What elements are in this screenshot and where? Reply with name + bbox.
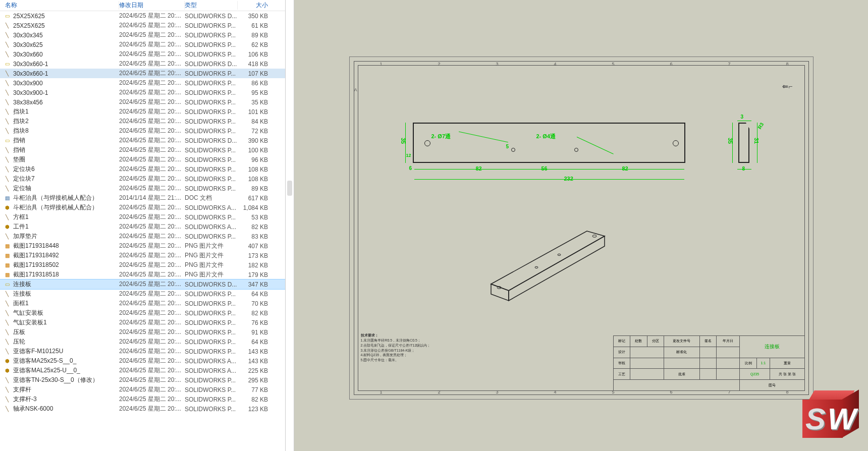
file-type: SOLIDWORKS D... — [185, 61, 238, 68]
file-name: 亚德客MA25x25-S__0_ — [13, 357, 119, 365]
file-type-icon: ▭ — [3, 137, 11, 145]
file-row[interactable]: ╲亚德客F-M10125U2024/6/25 星期二 20:...SOLIDWO… — [0, 347, 285, 356]
file-row[interactable]: ╲30x30x3452024/6/25 星期二 20:...SOLIDWORKS… — [0, 30, 285, 40]
tb-cell: 批准 — [664, 369, 700, 380]
file-name: 支撑杆 — [13, 385, 119, 394]
file-row[interactable]: ╲定位块72024/6/25 星期二 20:...SOLIDWORKS P...… — [0, 174, 285, 184]
file-list-header: 名称 修改日期 类型 大小 — [0, 0, 285, 11]
file-row[interactable]: ╲加厚垫片2024/6/25 星期二 20:...SOLIDWORKS P...… — [0, 232, 285, 241]
svg-marker-2 — [509, 236, 605, 301]
file-row[interactable]: ╲轴承NSK-60002024/6/25 星期二 20:...SOLIDWORK… — [0, 404, 285, 414]
file-row[interactable]: ╲垫圈2024/6/25 星期二 20:...SOLIDWORKS P...96… — [0, 155, 285, 164]
file-name: 挡销 — [13, 136, 119, 145]
file-type: SOLIDWORKS P... — [185, 233, 238, 240]
file-type: SOLIDWORKS P... — [185, 118, 238, 125]
file-name: 压轮 — [13, 337, 119, 346]
front-view-outline — [413, 123, 685, 163]
file-row[interactable]: ╲气缸安装板12024/6/25 星期二 20:...SOLIDWORKS P.… — [0, 318, 285, 327]
file-row[interactable]: ▩截图17193185022024/6/25 星期二 20:...PNG 图片文… — [0, 260, 285, 270]
file-row[interactable]: ▭连接板2024/6/25 星期二 20:...SOLIDWORKS D...3… — [0, 279, 285, 289]
file-name: 定位轴 — [13, 184, 119, 193]
file-row[interactable]: ⬢亚德客MAL25x25-U__0_2024/6/25 星期二 20:...SO… — [0, 366, 285, 375]
file-size: 35 KB — [238, 99, 272, 106]
file-type: SOLIDWORKS P... — [185, 377, 238, 384]
file-type: SOLIDWORKS A... — [185, 367, 238, 374]
file-name: 亚德客F-M10125U — [13, 347, 119, 356]
tb-cell: 设计 — [613, 347, 630, 358]
file-row[interactable]: ⬢斗柜治具（与焊接机械人配合）2024/6/25 星期二 20:...SOLID… — [0, 203, 285, 212]
file-type: SOLIDWORKS P... — [185, 108, 238, 116]
file-row[interactable]: ▩截图17193184482024/6/25 星期二 20:...PNG 图片文… — [0, 241, 285, 251]
column-size[interactable]: 大小 — [238, 1, 272, 10]
dim-line-8 — [737, 169, 751, 170]
file-date: 2024/6/25 星期二 20:... — [119, 318, 185, 327]
file-row[interactable]: ▩截图17193185182024/6/25 星期二 20:...PNG 图片文… — [0, 270, 285, 279]
file-row[interactable]: ╲定位块62024/6/25 星期二 20:...SOLIDWORKS P...… — [0, 164, 285, 174]
file-list-scroll[interactable]: ▭25X25X6252024/6/25 星期二 20:...SOLIDWORKS… — [0, 11, 285, 451]
file-row[interactable]: ╲30x30x6252024/6/25 星期二 20:...SOLIDWORKS… — [0, 40, 285, 49]
tb-cell — [717, 347, 740, 358]
file-row[interactable]: ▩截图17193184922024/6/25 星期二 20:...PNG 图片文… — [0, 251, 285, 260]
file-row[interactable]: ╲压轮2024/6/25 星期二 20:...SOLIDWORKS P...64… — [0, 337, 285, 347]
tb-cell — [630, 358, 664, 369]
file-row[interactable]: ╲亚德客TN-25x30-S__0（修改）2024/6/25 星期二 20:..… — [0, 375, 285, 385]
column-name[interactable]: 名称 — [3, 1, 119, 10]
file-row[interactable]: ╲30x30x900-12024/6/25 星期二 20:...SOLIDWOR… — [0, 88, 285, 97]
file-date: 2024/6/25 星期二 20:... — [119, 40, 185, 49]
dim-line-35 — [405, 123, 406, 163]
tb-dwgno: 图号 — [740, 380, 804, 391]
file-row[interactable]: ╲30x30x660-12024/6/25 星期二 20:...SOLIDWOR… — [0, 69, 285, 78]
column-date[interactable]: 修改日期 — [119, 1, 185, 10]
file-row[interactable]: ╲支撑杆-32024/6/25 星期二 20:...SOLIDWORKS P..… — [0, 394, 285, 404]
column-type[interactable]: 类型 — [185, 1, 238, 10]
file-type-icon: ╲ — [3, 70, 11, 78]
file-row[interactable]: ╲挡块12024/6/25 星期二 20:...SOLIDWORKS P...1… — [0, 107, 285, 117]
file-name: 定位块7 — [13, 175, 119, 183]
file-row[interactable]: ╲连接板2024/6/25 星期二 20:...SOLIDWORKS P...6… — [0, 289, 285, 299]
file-row[interactable]: ▤斗柜治具（与焊接机械人配合）2014/1/14 星期二 21:...DOC 文… — [0, 193, 285, 203]
svg-point-6 — [558, 254, 561, 255]
file-size: 350 KB — [238, 13, 272, 20]
tb-cell: 处数 — [630, 336, 647, 347]
file-type-icon: ╲ — [3, 127, 11, 135]
splitter-handle[interactable] — [285, 0, 294, 451]
file-type-icon: ▭ — [3, 280, 11, 289]
file-row[interactable]: ╲30x30x9002024/6/25 星期二 20:...SOLIDWORKS… — [0, 78, 285, 88]
file-row[interactable]: ╲38x38x4562024/6/25 星期二 20:...SOLIDWORKS… — [0, 97, 285, 107]
file-date: 2024/6/25 星期二 20:... — [119, 232, 185, 241]
file-type-icon: ⬢ — [3, 223, 11, 231]
file-row[interactable]: ▭挡销2024/6/25 星期二 20:...SOLIDWORKS D...39… — [0, 136, 285, 145]
file-row[interactable]: ╲25X25X6252024/6/25 星期二 20:...SOLIDWORKS… — [0, 21, 285, 30]
file-row[interactable]: ╲挡块82024/6/25 星期二 20:...SOLIDWORKS P...7… — [0, 126, 285, 136]
file-row[interactable]: ╲压板2024/6/25 星期二 20:...SOLIDWORKS P...91… — [0, 327, 285, 337]
file-row[interactable]: ╲支撑杆2024/6/25 星期二 20:...SOLIDWORKS P...7… — [0, 385, 285, 394]
file-type: SOLIDWORKS P... — [185, 41, 238, 48]
file-name: 25X25X625 — [13, 22, 119, 29]
file-type-icon: ╲ — [3, 319, 11, 327]
file-row[interactable]: ⬢亚德客MA25x25-S__0_2024/6/25 星期二 20:...SOL… — [0, 356, 285, 366]
file-row[interactable]: ╲气缸安装板2024/6/25 星期二 20:...SOLIDWORKS P..… — [0, 308, 285, 318]
file-type-icon: ╲ — [3, 31, 11, 39]
file-row[interactable]: ▭30x30x660-12024/6/25 星期二 20:...SOLIDWOR… — [0, 59, 285, 69]
file-row[interactable]: ⬢工件12024/6/25 星期二 20:...SOLIDWORKS A...8… — [0, 222, 285, 232]
file-row[interactable]: ▭25X25X6252024/6/25 星期二 20:...SOLIDWORKS… — [0, 11, 285, 21]
file-name: 挡块8 — [13, 127, 119, 135]
file-name: 压板 — [13, 328, 119, 336]
file-size: 86 KB — [238, 80, 272, 87]
file-type: SOLIDWORKS A... — [185, 223, 238, 231]
file-row[interactable]: ╲挡销2024/6/25 星期二 20:...SOLIDWORKS P...10… — [0, 145, 285, 155]
file-type: SOLIDWORKS D... — [185, 13, 238, 20]
file-row[interactable]: ╲面框12024/6/25 星期二 20:...SOLIDWORKS P...7… — [0, 299, 285, 308]
dim-82b: 82 — [622, 165, 628, 172]
file-type: SOLIDWORKS D... — [185, 281, 238, 288]
file-row[interactable]: ╲挡块22024/6/25 星期二 20:...SOLIDWORKS P...8… — [0, 117, 285, 126]
file-size: 95 KB — [238, 89, 272, 96]
dim-82: 82 — [476, 165, 482, 172]
file-row[interactable]: ╲定位轴2024/6/25 星期二 20:...SOLIDWORKS P...8… — [0, 184, 285, 193]
file-size: 179 KB — [238, 271, 272, 278]
file-row[interactable]: ╲30x30x6602024/6/25 星期二 20:...SOLIDWORKS… — [0, 49, 285, 59]
file-type: PNG 图片文件 — [185, 242, 238, 250]
svg-marker-0 — [491, 231, 605, 291]
file-date: 2024/6/25 星期二 20:... — [119, 155, 185, 164]
file-row[interactable]: ╲方框12024/6/25 星期二 20:...SOLIDWORKS P...5… — [0, 212, 285, 222]
